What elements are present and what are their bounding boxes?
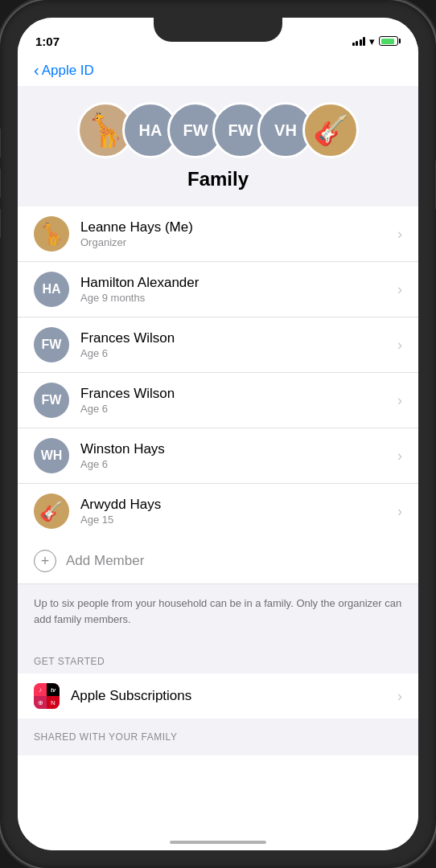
- nav-bar: ‹ Apple ID: [18, 53, 418, 86]
- back-button[interactable]: ‹ Apple ID: [34, 61, 94, 80]
- subscriptions-row[interactable]: ♪ tv ⊕ N Apple Subscriptions ›: [18, 674, 418, 719]
- chevron-right-icon: ›: [397, 448, 402, 465]
- signal-icon: [352, 36, 366, 46]
- avatar-arwydd-small: 🎸: [34, 493, 69, 529]
- family-title: Family: [187, 168, 249, 190]
- member-item[interactable]: HA Hamilton Alexander Age 9 months ›: [18, 262, 418, 317]
- member-leanne-sub: Organizer: [80, 236, 397, 248]
- member-item[interactable]: FW Frances Wilson Age 6 ›: [18, 317, 418, 373]
- chevron-right-icon: ›: [397, 226, 402, 243]
- shared-footer-label: SHARED WITH YOUR FAMILY: [34, 731, 402, 743]
- avatar-leanne-small: 🦒: [34, 216, 69, 252]
- avatar-row: 🦒 HA FW FW VH: [77, 102, 359, 158]
- family-header: 🦒 HA FW FW VH: [18, 86, 418, 207]
- music-icon: ♪: [34, 683, 47, 696]
- wifi-icon: ▾: [369, 35, 375, 47]
- member-item[interactable]: 🦒 Leanne Hays (Me) Organizer ›: [18, 207, 418, 262]
- get-started-label: GET STARTED: [34, 656, 402, 667]
- avatar-hamilton-small: HA: [34, 272, 69, 307]
- member-winston-info: Winston Hays Age 6: [80, 441, 397, 470]
- guitar-icon: 🎸: [313, 116, 349, 145]
- member-hamilton-info: Hamilton Alexander Age 9 months: [80, 275, 397, 304]
- member-item[interactable]: WH Winston Hays Age 6 ›: [18, 428, 418, 484]
- content-area: ‹ Apple ID 🦒 HA FW: [18, 53, 418, 850]
- phone-frame: 1:07 ▾: [0, 0, 436, 868]
- member-item[interactable]: 🎸 Arwydd Hays Age 15 ›: [18, 484, 418, 538]
- avatar-winston-small: WH: [34, 438, 69, 473]
- volume-buttons: [0, 129, 1, 238]
- member-winston-sub: Age 6: [80, 458, 397, 470]
- chevron-right-icon: ›: [397, 337, 402, 354]
- status-icons: ▾: [352, 35, 401, 47]
- member-frances1-name: Frances Wilson: [80, 330, 397, 346]
- chevron-right-icon: ›: [397, 503, 402, 520]
- member-hamilton-sub: Age 9 months: [80, 292, 397, 304]
- member-frances2-info: Frances Wilson Age 6: [80, 386, 397, 415]
- phone-screen: 1:07 ▾: [18, 18, 418, 850]
- member-frances1-info: Frances Wilson Age 6: [80, 330, 397, 359]
- info-section: Up to six people from your household can…: [18, 584, 418, 640]
- back-label: Apple ID: [42, 63, 94, 79]
- plus-icon: +: [34, 550, 56, 572]
- home-indicator[interactable]: [170, 841, 266, 844]
- giraffe-icon: 🦒: [85, 114, 125, 146]
- member-leanne-name: Leanne Hays (Me): [80, 219, 397, 235]
- add-member-button[interactable]: + Add Member: [18, 538, 418, 584]
- avatar-frances2-small: FW: [34, 383, 69, 418]
- avatar-arwydd[interactable]: 🎸: [302, 102, 359, 158]
- apple-subscriptions-icon: ♪ tv ⊕ N: [34, 683, 60, 709]
- members-list: 🦒 Leanne Hays (Me) Organizer › HA Hamilt…: [18, 207, 418, 538]
- member-item[interactable]: FW Frances Wilson Age 6 ›: [18, 373, 418, 428]
- tv-icon: tv: [47, 683, 60, 696]
- member-arwydd-name: Arwydd Hays: [80, 497, 397, 513]
- member-arwydd-info: Arwydd Hays Age 15: [80, 497, 397, 526]
- subscriptions-label: Apple Subscriptions: [71, 688, 397, 704]
- chevron-left-icon: ‹: [34, 61, 39, 80]
- member-frances1-sub: Age 6: [80, 347, 397, 359]
- chevron-right-icon: ›: [397, 392, 402, 409]
- member-arwydd-sub: Age 15: [80, 514, 397, 526]
- news-icon: N: [47, 696, 60, 709]
- status-time: 1:07: [35, 35, 60, 48]
- guitar-icon: 🎸: [39, 500, 64, 522]
- member-leanne-info: Leanne Hays (Me) Organizer: [80, 219, 397, 248]
- add-member-label: Add Member: [66, 553, 144, 569]
- get-started-header: GET STARTED: [18, 640, 418, 674]
- shared-footer: SHARED WITH YOUR FAMILY: [18, 719, 418, 755]
- giraffe-icon: 🦒: [39, 222, 64, 247]
- avatar-frances1-small: FW: [34, 327, 69, 362]
- notch: [154, 18, 282, 42]
- info-text: Up to six people from your household can…: [34, 596, 402, 627]
- member-frances2-sub: Age 6: [80, 403, 397, 415]
- chevron-right-icon: ›: [397, 281, 402, 298]
- member-frances2-name: Frances Wilson: [80, 386, 397, 402]
- arcade-icon: ⊕: [34, 696, 47, 709]
- chevron-right-icon: ›: [397, 688, 402, 705]
- battery-icon: [379, 36, 401, 46]
- member-winston-name: Winston Hays: [80, 441, 397, 457]
- member-hamilton-name: Hamilton Alexander: [80, 275, 397, 291]
